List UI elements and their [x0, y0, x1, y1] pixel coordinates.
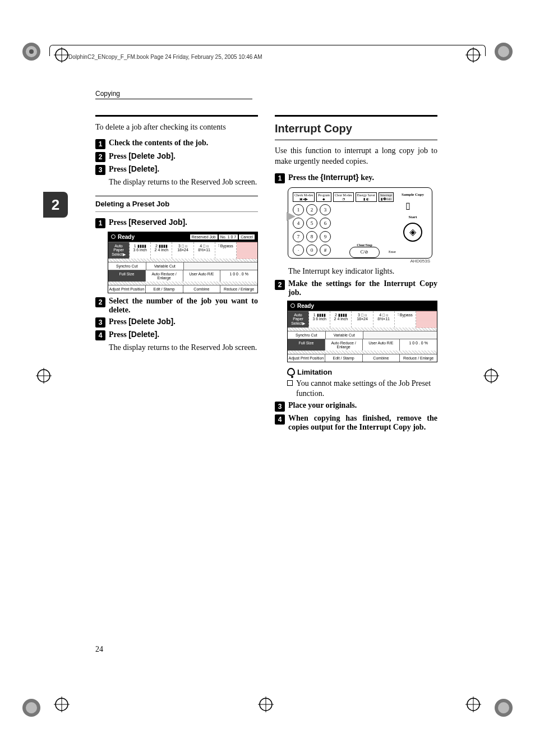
- cancel-ref: Cancel: [239, 234, 255, 239]
- delete-job-button-ref: [Delete Job]: [128, 151, 173, 160]
- reg-mark-tr: [492, 40, 515, 63]
- step-r4: 4 When copying has finished, remove the …: [275, 414, 437, 432]
- reg-mark-br: [492, 697, 515, 719]
- step-number-icon: 3: [275, 402, 285, 412]
- step-number-icon: 1: [275, 173, 285, 183]
- reserved-job-tab: Reserved Job: [190, 234, 218, 239]
- chapter-tab: 2: [43, 192, 68, 218]
- page-number: 24: [95, 645, 103, 654]
- reg-mark-mr: [483, 368, 499, 384]
- step-number-icon: 1: [95, 218, 105, 228]
- svg-point-26: [498, 702, 509, 713]
- step-b1: 1 Press [Reserved Job].: [95, 218, 258, 228]
- svg-point-2: [29, 49, 34, 54]
- limitation-heading: Limitation: [287, 368, 437, 376]
- interrupt-key-ref: {Interrupt}: [320, 173, 358, 182]
- step-b3: 3 Press [Delete Job].: [95, 317, 258, 328]
- section-title-interrupt: Interrupt Copy: [275, 122, 437, 135]
- step-b4: 4 Press [Delete].: [95, 330, 258, 340]
- left-intro: To delete a job after checking its conte…: [95, 122, 258, 133]
- screen-illustration-1: Ready Reserved Job No. 1 0 7 Cancel Auto…: [108, 232, 258, 293]
- right-column: Interrupt Copy Use this function to inte…: [275, 115, 437, 434]
- step-a3-text: The display returns to the Reserved Job …: [109, 177, 258, 188]
- step-a2: 2 Press [Delete Job].: [95, 151, 258, 162]
- book-header: DolphinC2_ENcopy_F_FM.book Page 24 Frida…: [68, 54, 262, 60]
- reg-mark-ml: [36, 368, 52, 384]
- delete-button-ref: [Delete]: [128, 164, 157, 173]
- job-no: No. 1 0 7: [219, 234, 238, 239]
- step-r3: 3 Place your originals.: [275, 401, 437, 412]
- screen-illustration-2: Ready Auto Paper Select▶ 1 ▮▮▮▮3 6 inch …: [287, 301, 437, 362]
- reg-mark-bl: [20, 697, 43, 719]
- control-panel-illustration: Check Modes▣◂▮▸ Program◆ Clear Modes◔ En…: [287, 187, 433, 264]
- reg-mark-tl: [20, 40, 43, 63]
- step-number-icon: 2: [95, 152, 105, 162]
- bullet-icon: [287, 380, 293, 386]
- svg-point-7: [498, 46, 509, 57]
- figure-label: AHD053S: [288, 259, 430, 264]
- auto-paper-select: Auto Paper Select▶: [108, 242, 130, 259]
- reserved-job-button-ref: [Reserved Job]: [128, 218, 185, 227]
- delete-job-button-ref: [Delete Job]: [128, 317, 173, 326]
- step-a1: 1 Check the contents of the job.: [95, 139, 258, 149]
- right-intro: Use this function to interrupt a long co…: [275, 146, 437, 167]
- ready-indicator-icon: [290, 303, 295, 308]
- step-number-icon: 3: [95, 317, 105, 328]
- sample-copy-key: ▯: [405, 200, 420, 211]
- step-r1: 1 Press the {Interrupt} key.: [275, 173, 437, 183]
- svg-point-18: [26, 702, 37, 713]
- reg-mark-bm: [258, 697, 274, 712]
- step-number-icon: 4: [275, 414, 285, 425]
- reg-mark-br2: [465, 697, 481, 712]
- step-number-icon: 3: [95, 165, 105, 175]
- subhead-deleting-preset: Deleting a Preset Job: [95, 196, 258, 212]
- limitation-icon: [287, 368, 295, 376]
- step-r1-text: The Interrupt key indicator lights.: [288, 266, 437, 277]
- running-head: Copying: [95, 90, 252, 99]
- step-a3: 3 Press [Delete].: [95, 164, 258, 175]
- pointer-arrow-icon: [287, 212, 296, 221]
- step-number-icon: 4: [95, 330, 105, 340]
- step-number-icon: 1: [95, 139, 105, 149]
- delete-button-ref: [Delete]: [128, 330, 157, 339]
- reg-mark-bl2: [54, 697, 70, 712]
- limitation-text: You cannot make settings of the Job Pres…: [287, 379, 437, 399]
- step-number-icon: 2: [95, 297, 105, 307]
- auto-paper-select: Auto Paper Select▶: [288, 311, 309, 328]
- step-b2: 2 Select the number of the job you want …: [95, 297, 258, 315]
- left-column: To delete a job after checking its conte…: [95, 115, 258, 434]
- ready-indicator-icon: [111, 234, 116, 239]
- clear-stop-key: C/⊘: [349, 247, 380, 258]
- start-key: ◈: [403, 223, 422, 242]
- step-number-icon: 2: [275, 280, 285, 290]
- step-r2: 2 Make the settings for the Interrupt Co…: [275, 279, 437, 297]
- step-b4-text: The display returns to the Reserved Job …: [109, 343, 258, 353]
